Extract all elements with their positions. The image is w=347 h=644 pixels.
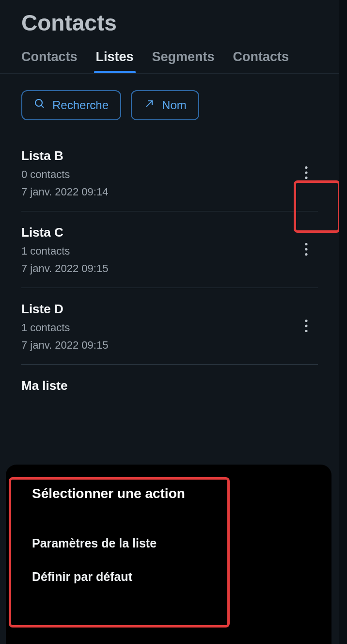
search-icon (34, 98, 46, 113)
svg-point-9 (305, 319, 307, 322)
list-item[interactable]: Lista C 1 contacts 7 janv. 2022 09:15 (21, 211, 318, 288)
svg-line-1 (41, 105, 44, 108)
lists-container: Lista B 0 contacts 7 janv. 2022 09:14 Li… (0, 131, 339, 406)
tab-listes[interactable]: Listes (96, 49, 134, 73)
tabs: Contacts Listes Segments Contacts (0, 41, 339, 74)
list-name: Ma liste (21, 378, 67, 393)
list-timestamp: 7 janv. 2022 09:14 (21, 186, 108, 198)
svg-point-0 (35, 99, 42, 106)
more-menu-button[interactable] (295, 315, 318, 338)
controls-bar: Recherche Nom (0, 74, 339, 131)
tab-segments[interactable]: Segments (152, 49, 215, 73)
svg-point-4 (305, 171, 307, 174)
list-name: Lista B (21, 148, 108, 163)
page-title: Contacts (0, 0, 339, 41)
more-vertical-icon (304, 319, 308, 335)
more-menu-button[interactable] (295, 239, 318, 262)
more-menu-button[interactable] (295, 162, 318, 185)
list-item[interactable]: Liste D 1 contacts 7 janv. 2022 09:15 (21, 288, 318, 365)
list-timestamp: 7 janv. 2022 09:15 (21, 339, 108, 352)
svg-point-11 (305, 329, 307, 332)
list-timestamp: 7 janv. 2022 09:15 (21, 262, 108, 275)
sort-label: Nom (162, 98, 187, 112)
arrow-up-right-icon (143, 98, 155, 113)
svg-point-5 (305, 176, 307, 178)
sort-button[interactable]: Nom (131, 90, 199, 120)
action-list-settings[interactable]: Paramètres de la liste (32, 527, 305, 560)
action-sheet-title: Sélectionner une action (32, 486, 305, 501)
svg-point-3 (305, 166, 307, 168)
tab-contacts[interactable]: Contacts (21, 49, 78, 73)
action-set-default[interactable]: Définir par défaut (32, 560, 305, 594)
list-name: Lista C (21, 225, 108, 240)
list-item[interactable]: Ma liste (21, 365, 318, 406)
svg-point-8 (305, 253, 307, 255)
svg-line-2 (146, 101, 152, 107)
svg-point-6 (305, 242, 307, 245)
action-sheet: Sélectionner une action Paramètres de la… (6, 465, 331, 644)
tab-contacts-overflow[interactable]: Contacts (233, 49, 289, 73)
svg-point-10 (305, 324, 307, 327)
list-count: 1 contacts (21, 245, 108, 258)
list-item[interactable]: Lista B 0 contacts 7 janv. 2022 09:14 (21, 135, 318, 211)
app-root: Contacts Contacts Listes Segments Contac… (0, 0, 339, 644)
search-label: Recherche (52, 98, 109, 112)
list-count: 1 contacts (21, 322, 108, 334)
more-vertical-icon (304, 242, 308, 258)
svg-point-7 (305, 248, 307, 250)
more-vertical-icon (304, 166, 308, 181)
list-count: 0 contacts (21, 168, 108, 181)
list-name: Liste D (21, 302, 108, 317)
search-button[interactable]: Recherche (21, 90, 121, 120)
